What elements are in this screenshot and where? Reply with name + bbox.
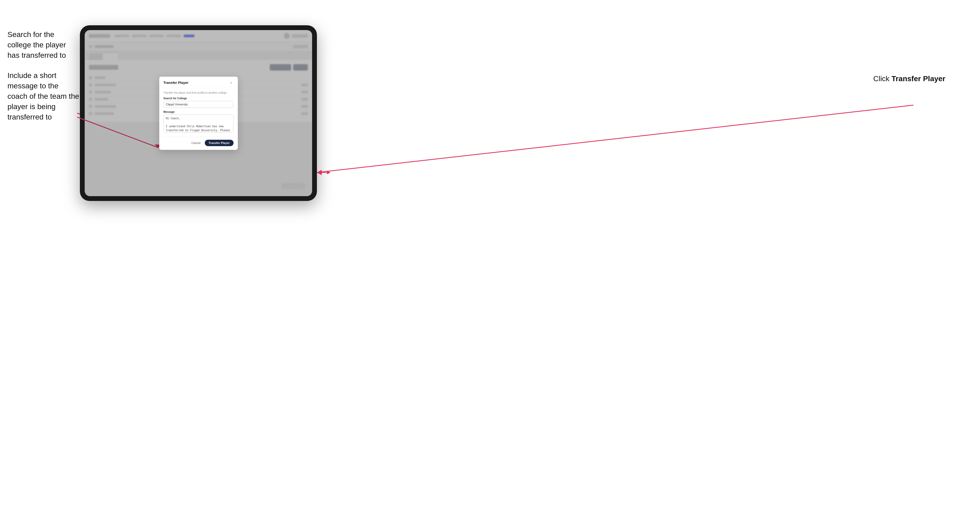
- svg-line-7: [317, 105, 913, 173]
- annotation-left: Search for the college the player has tr…: [8, 29, 80, 122]
- message-label: Message: [164, 110, 234, 113]
- modal-body: Transfer the player and their profile to…: [159, 88, 238, 137]
- search-college-label: Search for College: [164, 97, 234, 100]
- message-textarea[interactable]: Hi Coach, I understand Chris Robertson h…: [164, 114, 234, 133]
- transfer-player-modal: Transfer Player × Transfer the player an…: [159, 77, 238, 150]
- cancel-button[interactable]: Cancel: [189, 140, 203, 146]
- modal-footer: Cancel Transfer Player: [159, 137, 238, 150]
- annotation-right: Click Transfer Player: [873, 75, 945, 83]
- svg-marker-8: [317, 170, 322, 175]
- annotation-click-text: Click: [873, 75, 891, 83]
- modal-header: Transfer Player ×: [159, 77, 238, 88]
- tablet-device: Transfer Player × Transfer the player an…: [80, 25, 317, 201]
- modal-title: Transfer Player: [164, 81, 189, 85]
- svg-marker-4: [327, 171, 330, 174]
- modal-description: Transfer the player and their profile to…: [164, 91, 234, 94]
- tablet-screen: Transfer Player × Transfer the player an…: [85, 30, 312, 196]
- transfer-player-button[interactable]: Transfer Player: [205, 140, 234, 146]
- modal-close-button[interactable]: ×: [229, 80, 234, 85]
- modal-overlay: Transfer Player × Transfer the player an…: [85, 30, 312, 196]
- annotation-message-text: Include a short message to the coach of …: [8, 71, 79, 121]
- annotation-search-text: Search for the college the player has tr…: [8, 30, 66, 59]
- annotation-transfer-bold: Transfer Player: [892, 75, 945, 83]
- search-college-input[interactable]: [164, 101, 234, 108]
